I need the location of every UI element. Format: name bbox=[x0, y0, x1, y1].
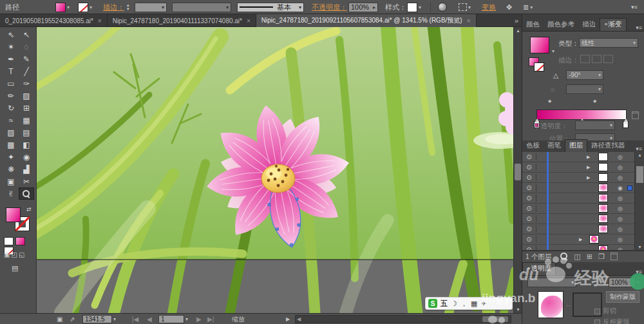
zoom-tool[interactable] bbox=[19, 187, 34, 200]
target-circle-icon[interactable]: ◎ bbox=[618, 226, 623, 233]
layer-thumbnail[interactable] bbox=[598, 184, 608, 192]
transform-panel-link[interactable]: 变换 bbox=[482, 0, 496, 14]
layer-thumbnail[interactable] bbox=[598, 173, 608, 182]
layer-thumbnail[interactable] bbox=[598, 194, 608, 202]
zoom-level-field[interactable]: 1341.5 bbox=[82, 315, 112, 323]
pencil-tool[interactable]: ✏ bbox=[3, 90, 19, 102]
new-layer-icon[interactable]: ❐ bbox=[598, 253, 605, 261]
locate-object-icon[interactable] bbox=[560, 253, 568, 262]
object-thumbnail[interactable] bbox=[538, 291, 564, 318]
symbol-sprayer-tool[interactable]: ❋ bbox=[3, 163, 19, 175]
make-clipping-mask-icon[interactable]: ◫ bbox=[574, 253, 580, 261]
tab-transparency[interactable]: ∘透明度 bbox=[522, 262, 556, 275]
gradient-stop-right[interactable] bbox=[623, 121, 629, 128]
rotate-tool[interactable]: ↻ bbox=[3, 102, 19, 114]
clip-checkbox[interactable]: 剪切 bbox=[594, 307, 616, 316]
paintbrush-tool[interactable]: ✑ bbox=[19, 77, 34, 90]
eyedropper-tool[interactable]: ✦ bbox=[3, 151, 19, 163]
stroke-color-swatch[interactable] bbox=[78, 3, 88, 12]
select-similar-icon[interactable] bbox=[459, 3, 467, 11]
status-doc-icon[interactable]: ▣ bbox=[57, 314, 62, 324]
type-tool[interactable]: T bbox=[3, 65, 19, 77]
target-circle-icon[interactable]: ◎ bbox=[618, 175, 623, 181]
layer-thumbnail[interactable] bbox=[598, 214, 608, 223]
layers-scrollbar[interactable]: ▲ ▼ bbox=[634, 152, 644, 250]
ime-punct-icon[interactable]: ， bbox=[460, 299, 468, 309]
visibility-toggle-icon[interactable]: ⊙ bbox=[522, 246, 536, 250]
target-circle-icon[interactable]: ◎ bbox=[618, 236, 623, 243]
horizontal-scroll-thumb[interactable] bbox=[482, 316, 508, 322]
layer-thumbnail[interactable] bbox=[598, 163, 608, 171]
delete-layer-icon[interactable] bbox=[611, 253, 618, 262]
target-circle-icon[interactable]: ◎ bbox=[618, 247, 623, 251]
stop-opacity-select[interactable]: ▾ bbox=[575, 120, 615, 130]
visibility-toggle-icon[interactable]: ⊙ bbox=[522, 174, 536, 181]
fill-proxy-swatch[interactable] bbox=[6, 207, 21, 222]
document-tab-active[interactable]: Nipic_24787180_20190921105607853084.ai* … bbox=[256, 14, 477, 27]
magic-wand-tool[interactable]: ✶ bbox=[3, 41, 19, 53]
hand-tool[interactable]: ✌ bbox=[3, 187, 19, 200]
visibility-toggle-icon[interactable]: ⊙ bbox=[522, 205, 536, 212]
align-distribute-icon[interactable]: ≣ bbox=[523, 3, 529, 12]
target-circle-icon[interactable]: ◎ bbox=[618, 216, 623, 222]
panel-menu-icon[interactable]: ▾≡ bbox=[636, 24, 644, 31]
layer-row[interactable]: ⊙◎ bbox=[522, 204, 634, 214]
curvature-tool[interactable]: ✎ bbox=[19, 53, 34, 65]
ime-mode[interactable]: 五 bbox=[440, 299, 448, 309]
gradient-midpoint-icon[interactable]: ◆ bbox=[548, 99, 551, 104]
tab-swatches[interactable]: 色板 bbox=[522, 140, 544, 152]
ime-moon-icon[interactable]: ☽ bbox=[451, 300, 457, 308]
layer-row[interactable]: ⊙◎ bbox=[522, 214, 634, 224]
align-dropdown-icon[interactable]: ▾ bbox=[530, 5, 533, 10]
pen-tool[interactable]: ✒ bbox=[3, 53, 19, 65]
layer-row[interactable]: ⊙▶◎ bbox=[522, 234, 634, 245]
recolor-artwork-icon[interactable] bbox=[438, 3, 447, 12]
select-similar-dropdown-icon[interactable]: ▾ bbox=[468, 5, 471, 10]
ime-toolbar[interactable]: S 五 ☽ ， ▦ ✦ bbox=[425, 297, 513, 310]
draw-behind-icon[interactable]: ◰ bbox=[11, 251, 18, 258]
tab-gradient[interactable]: ∘渐变 bbox=[600, 18, 627, 31]
scroll-down-icon[interactable]: ▼ bbox=[638, 245, 642, 249]
stroke-dropdown-icon[interactable]: ▾ bbox=[90, 5, 92, 10]
fit-artboard-icon[interactable]: ✥ bbox=[506, 0, 512, 14]
target-circle-icon[interactable]: ◎ bbox=[618, 164, 623, 171]
visibility-toggle-icon[interactable]: ⊙ bbox=[522, 236, 536, 243]
tab-brushes[interactable]: 画笔 bbox=[544, 140, 565, 152]
expand-icon[interactable]: ▶ bbox=[587, 175, 590, 180]
visibility-toggle-icon[interactable]: ⊙ bbox=[522, 225, 536, 233]
gradient-type-select[interactable]: 线性▾ bbox=[579, 38, 638, 48]
target-circle-icon[interactable]: ◎ bbox=[618, 195, 623, 202]
panel-menu-icon[interactable]: ▾≡ bbox=[636, 146, 644, 152]
brush-definition-select[interactable]: ▾ bbox=[172, 3, 231, 12]
blend-tool[interactable]: ◉ bbox=[19, 151, 34, 163]
status-expand-icon[interactable]: ▶ bbox=[286, 314, 290, 324]
target-circle-icon[interactable]: ◎ bbox=[618, 154, 623, 160]
swap-fill-stroke-icon[interactable]: ⇄ bbox=[26, 206, 32, 213]
tab-overflow-icon[interactable]: » bbox=[511, 14, 522, 26]
layer-row[interactable]: ⊙◎ bbox=[522, 224, 634, 234]
column-graph-tool[interactable]: ▟ bbox=[19, 163, 34, 175]
expand-icon[interactable]: ▶ bbox=[587, 165, 590, 170]
color-mode-button[interactable] bbox=[4, 237, 14, 245]
ime-keyboard-icon[interactable]: ▦ bbox=[471, 300, 477, 308]
draw-normal-icon[interactable]: ▣ bbox=[4, 251, 11, 258]
blend-mode-select[interactable]: ▾ bbox=[527, 278, 576, 287]
perspective-grid-tool[interactable]: ▤ bbox=[19, 126, 34, 138]
layer-row[interactable]: ⊙▶◎ bbox=[522, 152, 634, 162]
fill-dropdown-icon[interactable]: ▾ bbox=[67, 5, 70, 10]
opacity-select[interactable]: 100%▸ bbox=[348, 3, 378, 12]
ime-tools-icon[interactable]: ✦ bbox=[480, 300, 486, 308]
tab-color-guide[interactable]: 颜色参考 bbox=[544, 19, 578, 31]
opacity-panel-link[interactable]: 不透明度： bbox=[312, 0, 347, 14]
vertical-scroll-thumb[interactable] bbox=[515, 164, 521, 180]
layers-scroll-thumb[interactable] bbox=[636, 166, 643, 183]
canvas-area[interactable] bbox=[37, 27, 513, 313]
close-icon[interactable]: × bbox=[467, 17, 471, 24]
expand-icon[interactable]: ▶ bbox=[587, 155, 590, 160]
layer-row[interactable]: ⊙▶◎ bbox=[522, 173, 634, 183]
style-swatch[interactable] bbox=[407, 3, 417, 12]
stroke-width-down-icon[interactable]: ▾ bbox=[127, 7, 129, 11]
invert-mask-checkbox[interactable]: 反相蒙版 bbox=[594, 318, 630, 324]
layer-thumbnail[interactable] bbox=[598, 245, 608, 250]
target-circle-icon[interactable]: ◎ bbox=[618, 205, 623, 212]
